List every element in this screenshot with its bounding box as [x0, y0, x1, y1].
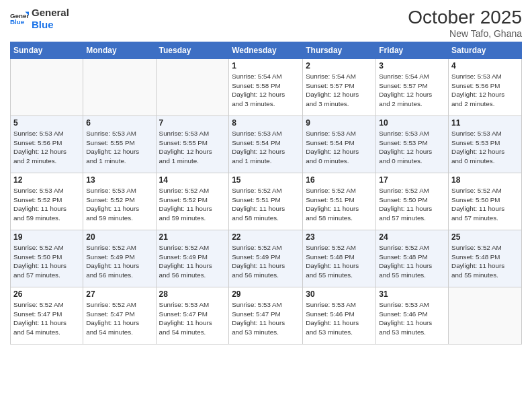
day-info: Sunrise: 5:53 AM Sunset: 5:55 PM Dayligh…	[159, 129, 226, 166]
day-number: 16	[306, 175, 373, 185]
day-number: 28	[159, 289, 226, 299]
day-info: Sunrise: 5:52 AM Sunset: 5:48 PM Dayligh…	[306, 243, 373, 280]
calendar-cell: 2Sunrise: 5:54 AM Sunset: 5:57 PM Daylig…	[303, 59, 376, 116]
day-info: Sunrise: 5:53 AM Sunset: 5:46 PM Dayligh…	[379, 300, 445, 337]
day-number: 31	[379, 289, 445, 299]
header: General Blue General Blue October 2025 N…	[10, 7, 522, 39]
day-info: Sunrise: 5:53 AM Sunset: 5:52 PM Dayligh…	[13, 186, 80, 223]
day-info: Sunrise: 5:53 AM Sunset: 5:53 PM Dayligh…	[451, 129, 519, 166]
month-title: October 2025	[408, 7, 522, 28]
day-number: 17	[379, 175, 445, 185]
logo-text-blue: Blue	[32, 19, 69, 31]
day-number: 6	[86, 118, 152, 128]
calendar-cell: 3Sunrise: 5:54 AM Sunset: 5:57 PM Daylig…	[376, 59, 449, 116]
day-number: 21	[159, 232, 226, 242]
weekday-header-wednesday: Wednesday	[229, 42, 303, 59]
day-info: Sunrise: 5:52 AM Sunset: 5:52 PM Dayligh…	[159, 186, 226, 223]
day-info: Sunrise: 5:52 AM Sunset: 5:50 PM Dayligh…	[451, 186, 519, 223]
day-number: 13	[86, 175, 152, 185]
day-info: Sunrise: 5:53 AM Sunset: 5:54 PM Dayligh…	[232, 129, 300, 166]
day-info: Sunrise: 5:53 AM Sunset: 5:56 PM Dayligh…	[13, 129, 80, 166]
day-info: Sunrise: 5:52 AM Sunset: 5:48 PM Dayligh…	[451, 243, 519, 280]
calendar-cell: 20Sunrise: 5:52 AM Sunset: 5:49 PM Dayli…	[83, 230, 156, 287]
calendar-cell: 28Sunrise: 5:53 AM Sunset: 5:47 PM Dayli…	[156, 287, 229, 345]
day-number: 19	[13, 232, 80, 242]
day-number: 8	[232, 118, 300, 128]
day-number: 22	[232, 232, 300, 242]
calendar-cell: 15Sunrise: 5:52 AM Sunset: 5:51 PM Dayli…	[229, 173, 303, 230]
calendar-week-4: 19Sunrise: 5:52 AM Sunset: 5:50 PM Dayli…	[11, 230, 522, 287]
day-number: 15	[232, 175, 300, 185]
calendar-cell: 12Sunrise: 5:53 AM Sunset: 5:52 PM Dayli…	[11, 173, 83, 230]
day-info: Sunrise: 5:54 AM Sunset: 5:57 PM Dayligh…	[306, 72, 373, 109]
calendar-cell: 31Sunrise: 5:53 AM Sunset: 5:46 PM Dayli…	[376, 287, 449, 345]
calendar-cell: 30Sunrise: 5:53 AM Sunset: 5:46 PM Dayli…	[303, 287, 376, 345]
logo-text-general: General	[32, 7, 69, 19]
calendar-cell: 7Sunrise: 5:53 AM Sunset: 5:55 PM Daylig…	[156, 116, 229, 173]
calendar-cell: 27Sunrise: 5:52 AM Sunset: 5:47 PM Dayli…	[83, 287, 156, 345]
day-number: 9	[306, 118, 373, 128]
calendar-cell: 16Sunrise: 5:52 AM Sunset: 5:51 PM Dayli…	[303, 173, 376, 230]
calendar-cell: 19Sunrise: 5:52 AM Sunset: 5:50 PM Dayli…	[11, 230, 83, 287]
day-info: Sunrise: 5:52 AM Sunset: 5:50 PM Dayligh…	[13, 243, 80, 280]
calendar-week-3: 12Sunrise: 5:53 AM Sunset: 5:52 PM Dayli…	[11, 173, 522, 230]
day-info: Sunrise: 5:52 AM Sunset: 5:49 PM Dayligh…	[159, 243, 226, 280]
day-info: Sunrise: 5:54 AM Sunset: 5:58 PM Dayligh…	[232, 72, 300, 109]
calendar-cell: 13Sunrise: 5:53 AM Sunset: 5:52 PM Dayli…	[83, 173, 156, 230]
day-info: Sunrise: 5:53 AM Sunset: 5:47 PM Dayligh…	[159, 300, 226, 337]
day-number: 20	[86, 232, 152, 242]
day-number: 7	[159, 118, 226, 128]
calendar-cell: 22Sunrise: 5:52 AM Sunset: 5:49 PM Dayli…	[229, 230, 303, 287]
weekday-header-thursday: Thursday	[303, 42, 376, 59]
title-block: October 2025 New Tafo, Ghana	[408, 7, 522, 39]
weekday-header-friday: Friday	[376, 42, 449, 59]
day-info: Sunrise: 5:53 AM Sunset: 5:47 PM Dayligh…	[232, 300, 300, 337]
logo-icon: General Blue	[10, 9, 29, 28]
day-info: Sunrise: 5:52 AM Sunset: 5:47 PM Dayligh…	[13, 300, 80, 337]
svg-text:Blue: Blue	[10, 18, 25, 26]
weekday-header-sunday: Sunday	[11, 42, 83, 59]
calendar-week-2: 5Sunrise: 5:53 AM Sunset: 5:56 PM Daylig…	[11, 116, 522, 173]
day-number: 18	[451, 175, 519, 185]
day-info: Sunrise: 5:53 AM Sunset: 5:55 PM Dayligh…	[86, 129, 152, 166]
calendar-table: SundayMondayTuesdayWednesdayThursdayFrid…	[10, 42, 522, 345]
calendar-cell	[156, 59, 229, 116]
calendar-cell: 21Sunrise: 5:52 AM Sunset: 5:49 PM Dayli…	[156, 230, 229, 287]
calendar-cell: 26Sunrise: 5:52 AM Sunset: 5:47 PM Dayli…	[11, 287, 83, 345]
calendar-cell: 25Sunrise: 5:52 AM Sunset: 5:48 PM Dayli…	[449, 230, 522, 287]
calendar-cell: 5Sunrise: 5:53 AM Sunset: 5:56 PM Daylig…	[11, 116, 83, 173]
calendar-cell: 11Sunrise: 5:53 AM Sunset: 5:53 PM Dayli…	[449, 116, 522, 173]
calendar-cell: 6Sunrise: 5:53 AM Sunset: 5:55 PM Daylig…	[83, 116, 156, 173]
day-info: Sunrise: 5:54 AM Sunset: 5:57 PM Dayligh…	[379, 72, 445, 109]
calendar-cell: 24Sunrise: 5:52 AM Sunset: 5:48 PM Dayli…	[376, 230, 449, 287]
day-number: 4	[451, 61, 519, 71]
day-number: 30	[306, 289, 373, 299]
day-number: 12	[13, 175, 80, 185]
weekday-header-saturday: Saturday	[449, 42, 522, 59]
weekday-header-tuesday: Tuesday	[156, 42, 229, 59]
day-info: Sunrise: 5:52 AM Sunset: 5:51 PM Dayligh…	[306, 186, 373, 223]
calendar-cell: 23Sunrise: 5:52 AM Sunset: 5:48 PM Dayli…	[303, 230, 376, 287]
day-info: Sunrise: 5:53 AM Sunset: 5:52 PM Dayligh…	[86, 186, 152, 223]
calendar-week-1: 1Sunrise: 5:54 AM Sunset: 5:58 PM Daylig…	[11, 59, 522, 116]
day-number: 23	[306, 232, 373, 242]
day-number: 10	[379, 118, 445, 128]
day-info: Sunrise: 5:52 AM Sunset: 5:49 PM Dayligh…	[232, 243, 300, 280]
weekday-header-row: SundayMondayTuesdayWednesdayThursdayFrid…	[11, 42, 522, 59]
calendar-cell: 9Sunrise: 5:53 AM Sunset: 5:54 PM Daylig…	[303, 116, 376, 173]
location-title: New Tafo, Ghana	[408, 28, 522, 39]
day-number: 27	[86, 289, 152, 299]
page-container: General Blue General Blue October 2025 N…	[0, 0, 532, 351]
day-number: 14	[159, 175, 226, 185]
weekday-header-monday: Monday	[83, 42, 156, 59]
calendar-cell: 18Sunrise: 5:52 AM Sunset: 5:50 PM Dayli…	[449, 173, 522, 230]
calendar-cell: 29Sunrise: 5:53 AM Sunset: 5:47 PM Dayli…	[229, 287, 303, 345]
calendar-cell: 14Sunrise: 5:52 AM Sunset: 5:52 PM Dayli…	[156, 173, 229, 230]
day-number: 25	[451, 232, 519, 242]
day-info: Sunrise: 5:53 AM Sunset: 5:56 PM Dayligh…	[451, 72, 519, 109]
day-info: Sunrise: 5:53 AM Sunset: 5:53 PM Dayligh…	[379, 129, 445, 166]
calendar-cell: 17Sunrise: 5:52 AM Sunset: 5:50 PM Dayli…	[376, 173, 449, 230]
day-number: 1	[232, 61, 300, 71]
day-number: 24	[379, 232, 445, 242]
calendar-cell: 8Sunrise: 5:53 AM Sunset: 5:54 PM Daylig…	[229, 116, 303, 173]
